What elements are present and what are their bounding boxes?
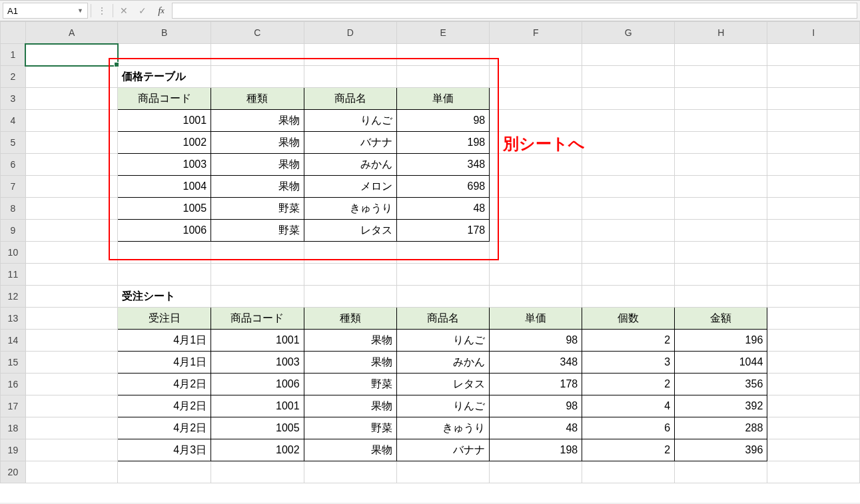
cell-F7[interactable]	[490, 176, 582, 198]
cell-F9[interactable]	[490, 220, 582, 242]
cell-F11[interactable]	[490, 264, 582, 286]
cell-B16[interactable]: 4月2日	[118, 374, 211, 395]
cell-A20[interactable]	[25, 461, 118, 483]
cell-I4[interactable]	[767, 110, 860, 132]
spreadsheet-grid[interactable]: ABCDEFGHI12価格テーブル3商品コード種類商品名単価41001果物りんご…	[0, 21, 860, 483]
cell-I12[interactable]	[767, 286, 860, 308]
cell-I8[interactable]	[767, 198, 860, 220]
cell-D7[interactable]: メロン	[304, 176, 396, 198]
cell-G1[interactable]	[582, 44, 675, 66]
row-header-18[interactable]: 18	[1, 417, 26, 439]
cell-H6[interactable]	[675, 154, 767, 176]
fx-icon[interactable]: fx	[153, 3, 169, 19]
cell-F4[interactable]	[490, 110, 582, 132]
cell-H17[interactable]: 392	[675, 395, 767, 417]
cell-E20[interactable]	[396, 461, 489, 483]
cell-B8[interactable]: 1005	[118, 198, 211, 220]
cell-F19[interactable]: 198	[490, 439, 582, 461]
cell-E9[interactable]: 178	[396, 220, 489, 242]
cell-H8[interactable]	[675, 198, 767, 220]
row-header-3[interactable]: 3	[1, 88, 26, 110]
cell-D17[interactable]: 果物	[304, 395, 396, 417]
cell-I5[interactable]	[767, 132, 860, 154]
cell-E4[interactable]: 98	[396, 110, 489, 132]
cell-A14[interactable]	[25, 330, 118, 352]
cell-F6[interactable]	[490, 154, 582, 176]
cell-A6[interactable]	[25, 154, 118, 176]
column-header-C[interactable]: C	[211, 22, 304, 44]
cell-I1[interactable]	[767, 44, 860, 66]
cell-B4[interactable]: 1001	[118, 110, 211, 132]
cell-F8[interactable]	[490, 198, 582, 220]
cell-B6[interactable]: 1003	[118, 154, 211, 176]
row-header-17[interactable]: 17	[1, 395, 26, 417]
cell-H15[interactable]: 1044	[675, 352, 767, 374]
cell-D18[interactable]: 野菜	[304, 417, 396, 439]
column-header-B[interactable]: B	[118, 22, 211, 44]
cell-F16[interactable]: 178	[490, 374, 582, 395]
cell-D19[interactable]: 果物	[304, 439, 396, 461]
cell-E8[interactable]: 48	[396, 198, 489, 220]
row-header-16[interactable]: 16	[1, 374, 26, 395]
row-header-6[interactable]: 6	[1, 154, 26, 176]
cell-C17[interactable]: 1001	[211, 395, 304, 417]
cell-G19[interactable]: 2	[582, 439, 675, 461]
cell-E6[interactable]: 348	[396, 154, 489, 176]
cell-G3[interactable]	[582, 88, 675, 110]
cell-B3[interactable]: 商品コード	[118, 88, 211, 110]
column-header-A[interactable]: A	[25, 22, 118, 44]
cell-B20[interactable]	[118, 461, 211, 483]
cell-I9[interactable]	[767, 220, 860, 242]
cell-C16[interactable]: 1006	[211, 374, 304, 395]
cell-D4[interactable]: りんご	[304, 110, 396, 132]
cell-C1[interactable]	[211, 44, 304, 66]
cell-A4[interactable]	[25, 110, 118, 132]
cell-A17[interactable]	[25, 395, 118, 417]
cell-E3[interactable]: 単価	[396, 88, 489, 110]
cell-G9[interactable]	[582, 220, 675, 242]
cell-H13[interactable]: 金額	[675, 308, 767, 330]
cell-I19[interactable]	[767, 439, 860, 461]
row-header-9[interactable]: 9	[1, 220, 26, 242]
row-header-13[interactable]: 13	[1, 308, 26, 330]
row-header-11[interactable]: 11	[1, 264, 26, 286]
cell-A2[interactable]	[25, 66, 118, 88]
cell-H9[interactable]	[675, 220, 767, 242]
column-header-E[interactable]: E	[396, 22, 489, 44]
cell-F10[interactable]	[490, 242, 582, 264]
cell-I3[interactable]	[767, 88, 860, 110]
cell-H20[interactable]	[675, 461, 767, 483]
cell-E17[interactable]: りんご	[396, 395, 489, 417]
cell-D9[interactable]: レタス	[304, 220, 396, 242]
cell-B11[interactable]	[118, 264, 211, 286]
cell-I2[interactable]	[767, 66, 860, 88]
cell-F20[interactable]	[490, 461, 582, 483]
cell-I13[interactable]	[767, 308, 860, 330]
cell-C14[interactable]: 1001	[211, 330, 304, 352]
cell-I11[interactable]	[767, 264, 860, 286]
cell-C4[interactable]: 果物	[211, 110, 304, 132]
cell-C3[interactable]: 種類	[211, 88, 304, 110]
cell-I14[interactable]	[767, 330, 860, 352]
cell-D15[interactable]: 果物	[304, 352, 396, 374]
cell-D1[interactable]	[304, 44, 396, 66]
cell-H7[interactable]	[675, 176, 767, 198]
select-all-corner[interactable]	[1, 22, 26, 44]
row-header-20[interactable]: 20	[1, 461, 26, 483]
cell-G4[interactable]	[582, 110, 675, 132]
cell-F14[interactable]: 98	[490, 330, 582, 352]
cell-B10[interactable]	[118, 242, 211, 264]
cell-F17[interactable]: 98	[490, 395, 582, 417]
cell-D10[interactable]	[304, 242, 396, 264]
cell-D13[interactable]: 種類	[304, 308, 396, 330]
cell-B12[interactable]: 受注シート	[118, 286, 211, 308]
column-header-D[interactable]: D	[304, 22, 396, 44]
cell-A19[interactable]	[25, 439, 118, 461]
cell-E2[interactable]	[396, 66, 489, 88]
cell-E1[interactable]	[396, 44, 489, 66]
row-header-10[interactable]: 10	[1, 242, 26, 264]
cell-B15[interactable]: 4月1日	[118, 352, 211, 374]
cell-B13[interactable]: 受注日	[118, 308, 211, 330]
cell-D16[interactable]: 野菜	[304, 374, 396, 395]
column-header-H[interactable]: H	[675, 22, 767, 44]
